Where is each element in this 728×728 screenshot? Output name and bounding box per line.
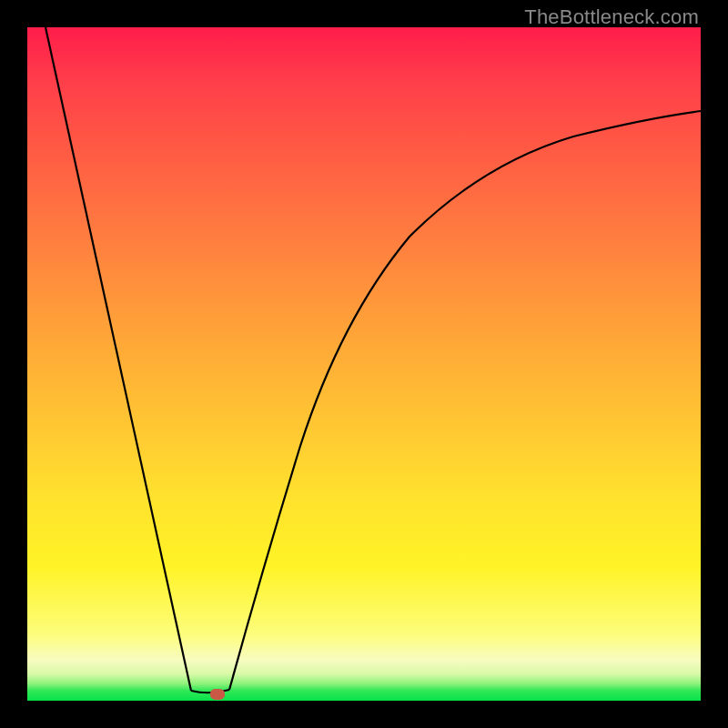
watermark-text: TheBottleneck.com — [524, 5, 699, 29]
minimum-marker — [210, 689, 225, 700]
bottleneck-curve — [27, 27, 701, 701]
curve-right-rise — [229, 111, 701, 690]
curve-left-descent — [46, 27, 191, 691]
